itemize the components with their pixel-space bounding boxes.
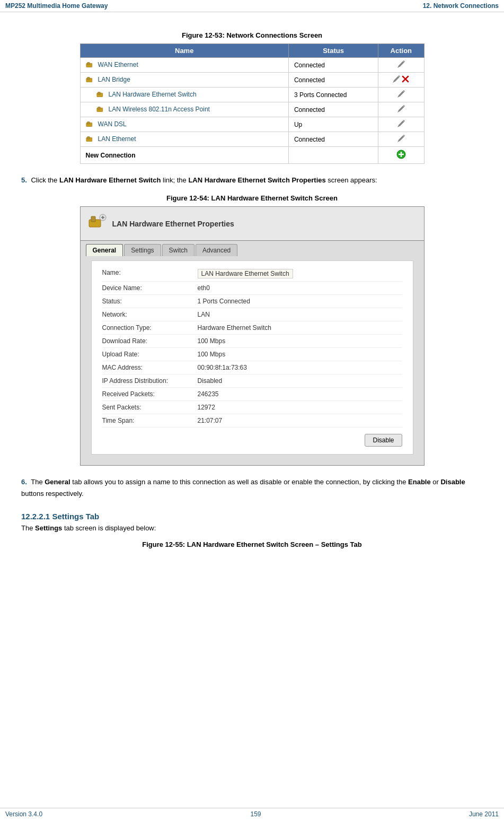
prop-value: 246235 <box>198 390 219 398</box>
network-connections-table: Name Status Action WAN EthernetConnected… <box>80 43 425 164</box>
row-name-link[interactable]: LAN Hardware Ethernet Switch <box>96 91 197 98</box>
row-status-cell <box>288 147 378 164</box>
edit-icon[interactable] <box>397 62 405 69</box>
row-action-cell <box>378 132 424 147</box>
prop-label: Connection Type: <box>102 324 198 332</box>
step5-text: 5. Click the LAN Hardware Ethernet Switc… <box>21 175 483 186</box>
section-heading: 12.2.2.1 Settings Tab <box>21 512 483 521</box>
prop-label: Download Rate: <box>102 337 198 345</box>
row-action-cell <box>378 117 424 132</box>
tab-settings[interactable]: Settings <box>124 244 161 256</box>
tab-general[interactable]: General <box>86 244 123 256</box>
svg-rect-5 <box>98 92 100 95</box>
prop-row: Sent Packets:12972 <box>102 401 402 414</box>
prop-row: MAC Address:00:90:8f:1a:73:63 <box>102 361 402 374</box>
row-name-cell: New Connection <box>80 147 288 164</box>
panel-header: LAN Hardware Ethernet Properties <box>81 207 424 241</box>
prop-label: Upload Rate: <box>102 351 198 358</box>
col-status: Status <box>288 44 378 58</box>
page-header: MP252 Multimedia Home Gateway 12. Networ… <box>0 0 504 12</box>
prop-value: 1 Ports Connected <box>198 298 250 305</box>
prop-label: Status: <box>102 298 198 305</box>
svg-rect-11 <box>87 137 90 139</box>
footer-center: 159 <box>250 810 261 818</box>
svg-rect-3 <box>87 77 90 80</box>
row-status-cell: Connected <box>288 102 378 117</box>
prop-row: Time Span:21:07:07 <box>102 414 402 428</box>
row-name-link[interactable]: WAN Ethernet <box>86 61 138 68</box>
header-right: 12. Network Connections <box>423 2 499 10</box>
prop-row: Download Rate:100 Mbps <box>102 335 402 348</box>
row-name-cell: LAN Wireless 802.11n Access Point <box>80 102 288 117</box>
row-action-cell <box>378 58 424 73</box>
prop-value: 100 Mbps <box>198 351 226 358</box>
row-name-link[interactable]: LAN Ethernet <box>86 135 136 143</box>
table-row: LAN Hardware Ethernet Switch3 Ports Conn… <box>80 88 424 102</box>
figure1-title: Figure 12-53: Network Connections Screen <box>21 31 483 39</box>
row-name-cell: LAN Ethernet <box>80 132 288 147</box>
tab-switch[interactable]: Switch <box>162 244 194 256</box>
table-row: LAN EthernetConnected <box>80 132 424 147</box>
row-action-cell <box>378 88 424 102</box>
prop-label: Network: <box>102 311 198 318</box>
row-name-cell: LAN Hardware Ethernet Switch <box>80 88 288 102</box>
edit-icon[interactable] <box>397 136 405 144</box>
figure3-title: Figure 12-55: LAN Hardware Ethernet Swit… <box>21 540 483 548</box>
row-action-cell <box>378 73 424 88</box>
svg-rect-16 <box>91 216 95 222</box>
col-name: Name <box>80 44 288 58</box>
row-action-cell <box>378 102 424 117</box>
prop-value[interactable]: LAN Hardware Ethernet Switch <box>198 269 293 278</box>
properties-grid: Name:LAN Hardware Ethernet SwitchDevice … <box>91 260 413 455</box>
edit-icon[interactable] <box>393 77 400 84</box>
table-row: LAN Wireless 802.11n Access PointConnect… <box>80 102 424 117</box>
panel-icon <box>88 212 107 235</box>
prop-value: 21:07:07 <box>198 417 223 424</box>
footer-left: Version 3.4.0 <box>5 810 42 818</box>
prop-label: Time Span: <box>102 417 198 424</box>
prop-row: Upload Rate:100 Mbps <box>102 348 402 361</box>
edit-icon[interactable] <box>397 92 405 99</box>
prop-label: Sent Packets: <box>102 404 198 411</box>
prop-value: LAN <box>198 311 210 318</box>
table-row: WAN EthernetConnected <box>80 58 424 73</box>
figure2-title: Figure 12-54: LAN Hardware Ethernet Swit… <box>21 194 483 202</box>
edit-icon[interactable] <box>397 107 405 114</box>
edit-icon[interactable] <box>397 121 405 129</box>
add-connection-icon[interactable] <box>396 153 406 161</box>
prop-row: Network:LAN <box>102 308 402 321</box>
row-status-cell: Connected <box>288 132 378 147</box>
table-row: WAN DSLUp <box>80 117 424 132</box>
row-status-cell: 3 Ports Connected <box>288 88 378 102</box>
svg-rect-7 <box>98 107 100 110</box>
row-status-cell: Connected <box>288 58 378 73</box>
panel-title: LAN Hardware Ethernet Properties <box>112 220 234 228</box>
row-status-cell: Up <box>288 117 378 132</box>
col-action: Action <box>378 44 424 58</box>
row-name-link[interactable]: LAN Wireless 802.11n Access Point <box>96 106 210 113</box>
row-name-link[interactable]: WAN DSL <box>86 120 127 128</box>
page-footer: Version 3.4.0 159 June 2011 <box>0 808 504 820</box>
step6-text: 6. The General tab allows you to assign … <box>21 476 483 499</box>
row-name-cell: WAN DSL <box>80 117 288 132</box>
row-name-cell: WAN Ethernet <box>80 58 288 73</box>
prop-value: 100 Mbps <box>198 337 226 345</box>
prop-value: Hardware Ethernet Switch <box>198 324 271 332</box>
table-row: LAN BridgeConnected <box>80 73 424 88</box>
prop-row: IP Address Distribution:Disabled <box>102 374 402 388</box>
main-content: Figure 12-53: Network Connections Screen… <box>0 12 504 563</box>
delete-icon[interactable] <box>400 77 409 84</box>
prop-row: Status:1 Ports Connected <box>102 295 402 308</box>
row-name-cell: LAN Bridge <box>80 73 288 88</box>
table-row: New Connection <box>80 147 424 164</box>
header-left: MP252 Multimedia Home Gateway <box>5 2 108 10</box>
prop-label: Name: <box>102 269 198 278</box>
footer-right: June 2011 <box>469 810 499 818</box>
prop-row: Name:LAN Hardware Ethernet Switch <box>102 266 402 282</box>
disable-button[interactable]: Disable <box>365 434 402 447</box>
row-name-link[interactable]: LAN Bridge <box>86 76 130 83</box>
prop-label: Device Name: <box>102 284 198 292</box>
tab-advanced[interactable]: Advanced <box>196 244 237 256</box>
svg-rect-9 <box>87 122 90 125</box>
switch-panel: LAN Hardware Ethernet Properties General… <box>80 206 425 466</box>
